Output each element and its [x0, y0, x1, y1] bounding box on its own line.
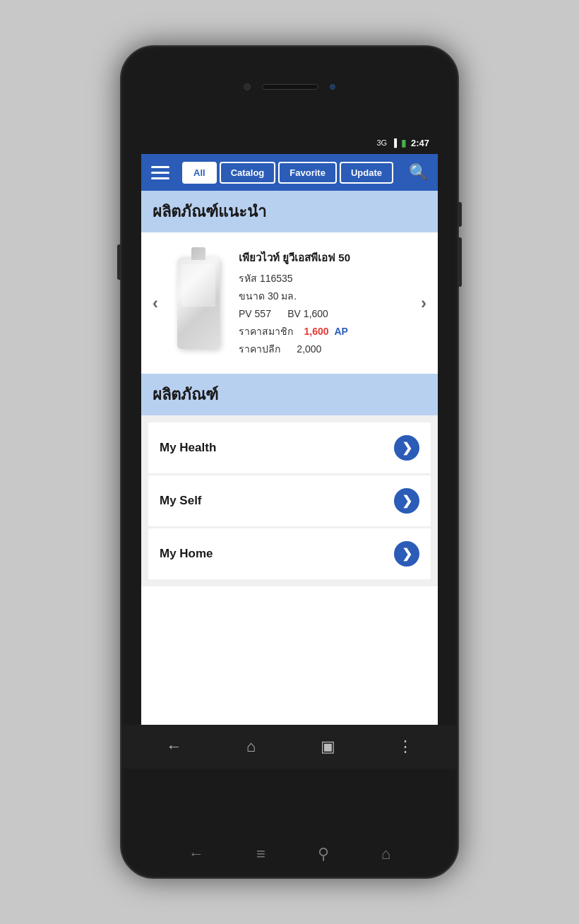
category-list: My Health ❯ My Self ❯ My Home ❯ [141, 415, 438, 586]
chevron-right-icon-2: ❯ [402, 493, 412, 509]
product-info: เพียวไวท์ ยูวีเอสพีเอฟ 50 รหัส 116535 ขน… [239, 248, 412, 359]
front-camera [244, 83, 251, 90]
search-icon: 🔍 [409, 163, 428, 182]
pv-value: PV 557 [239, 308, 271, 319]
category-item-my-home[interactable]: My Home ❯ [148, 528, 431, 579]
search-button[interactable]: 🔍 [405, 160, 431, 185]
camera-row [244, 83, 335, 90]
tab-catalog[interactable]: Catalog [220, 162, 276, 184]
soft-home-button[interactable]: ⌂ [381, 845, 390, 863]
chevron-right-icon: ❯ [402, 440, 412, 456]
products-header: ผลิตภัณฑ์ [141, 374, 438, 415]
category-label-my-self: My Self [160, 494, 202, 508]
soft-menu-button[interactable]: ≡ [256, 845, 265, 863]
member-price-value: 1,600 [304, 326, 329, 337]
tab-update[interactable]: Update [340, 162, 393, 184]
earpiece-speaker [262, 84, 318, 90]
phone-screen: 3G ▐ ▮ 2:47 All Catalog Favorite Update [141, 131, 438, 725]
recents-hardware-button[interactable]: ▣ [313, 731, 344, 762]
proximity-sensor [330, 84, 335, 90]
category-item-my-health[interactable]: My Health ❯ [148, 422, 431, 473]
menu-hardware-button[interactable]: ⋮ [390, 731, 421, 762]
chevron-right-icon-3: ❯ [402, 546, 412, 562]
category-item-my-self[interactable]: My Self ❯ [148, 475, 431, 526]
product-name: เพียวไวท์ ยูวีเอสพีเอฟ 50 [239, 248, 412, 267]
hamburger-line-3 [151, 177, 169, 179]
phone-top [121, 47, 458, 131]
retail-value: 2,000 [297, 343, 321, 355]
hamburger-line-1 [151, 166, 169, 168]
next-arrow[interactable]: › [421, 293, 426, 313]
power-button[interactable] [458, 202, 462, 227]
member-price-label: ราคาสมาชิก [239, 326, 293, 337]
tab-favorite[interactable]: Favorite [278, 162, 337, 184]
battery-icon: ▮ [401, 137, 407, 148]
navigation-bar: All Catalog Favorite Update 🔍 [141, 154, 438, 191]
phone-bottom: ← ≡ ⚲ ⌂ [121, 769, 458, 877]
product-pv-bv: PV 557 BV 1,600 [239, 305, 412, 323]
network-icon: 3G [376, 138, 387, 147]
category-arrow-my-health[interactable]: ❯ [394, 435, 419, 461]
nav-tabs: All Catalog Favorite Update [182, 162, 400, 184]
product-carousel: ‹ เพียวไวท์ ยูวีเอสพีเอฟ 50 รหัส 116535 … [141, 232, 438, 374]
hamburger-button[interactable] [148, 158, 177, 186]
category-arrow-my-home[interactable]: ❯ [394, 541, 419, 567]
status-bar: 3G ▐ ▮ 2:47 [141, 131, 438, 154]
product-bottle-visual [177, 257, 220, 349]
phone-device: 3G ▐ ▮ 2:47 All Catalog Favorite Update [120, 45, 459, 879]
clock: 2:47 [411, 138, 429, 148]
hamburger-line-2 [151, 172, 169, 174]
price-unit: AP [334, 326, 347, 337]
soft-keys-row: ← ≡ ⚲ ⌂ [162, 845, 417, 863]
back-hardware-button[interactable]: ← [159, 731, 190, 762]
product-image [167, 247, 230, 360]
member-price-row: ราคาสมาชิก 1,600 AP [239, 323, 412, 340]
retail-price-row: ราคาปลีก 2,000 [239, 340, 412, 358]
category-label-my-health: My Health [160, 441, 216, 455]
category-label-my-home: My Home [160, 547, 213, 561]
category-arrow-my-self[interactable]: ❯ [394, 488, 419, 514]
retail-label: ราคาปลีก [239, 343, 280, 355]
soft-search-button[interactable]: ⚲ [318, 845, 329, 863]
featured-header: ผลิตภัณฑ์แนะนำ [141, 191, 438, 232]
tab-all[interactable]: All [182, 162, 217, 184]
hardware-nav-bar: ← ⌂ ▣ ⋮ [121, 725, 458, 769]
product-code: รหัส 116535 [239, 270, 412, 288]
home-hardware-button[interactable]: ⌂ [236, 731, 267, 762]
volume-rocker[interactable] [458, 237, 462, 287]
prev-arrow[interactable]: ‹ [153, 293, 158, 313]
volume-button[interactable] [117, 244, 121, 280]
signal-bars: ▐ [391, 138, 397, 147]
soft-back-button[interactable]: ← [189, 845, 204, 863]
product-size: ขนาด 30 มล. [239, 288, 412, 305]
bv-value: BV 1,600 [287, 308, 328, 319]
